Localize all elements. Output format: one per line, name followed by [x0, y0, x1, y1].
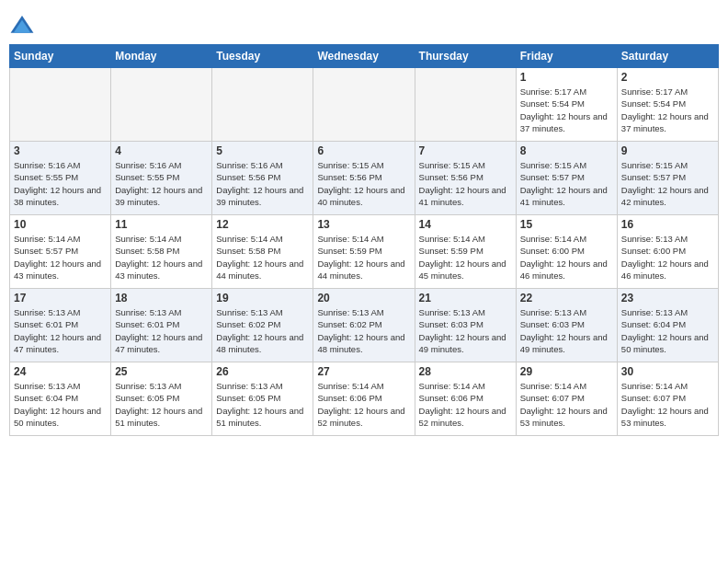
- day-number: 10: [14, 218, 107, 231]
- calendar-day-cell: 4Sunrise: 5:16 AMSunset: 5:55 PMDaylight…: [111, 142, 212, 215]
- calendar-day-cell: 29Sunrise: 5:14 AMSunset: 6:07 PMDayligh…: [516, 362, 617, 436]
- calendar-day-cell: 25Sunrise: 5:13 AMSunset: 6:05 PMDayligh…: [111, 362, 212, 436]
- day-number: 5: [216, 144, 309, 157]
- calendar-day-cell: 7Sunrise: 5:15 AMSunset: 5:56 PMDaylight…: [415, 142, 516, 215]
- day-info: Sunrise: 5:16 AMSunset: 5:55 PMDaylight:…: [115, 159, 208, 208]
- day-info: Sunrise: 5:14 AMSunset: 6:06 PMDaylight:…: [317, 380, 410, 429]
- day-info: Sunrise: 5:14 AMSunset: 5:57 PMDaylight:…: [14, 233, 107, 282]
- day-info: Sunrise: 5:13 AMSunset: 6:03 PMDaylight:…: [520, 306, 613, 355]
- day-info: Sunrise: 5:15 AMSunset: 5:57 PMDaylight:…: [621, 159, 714, 208]
- calendar-day-cell: 30Sunrise: 5:14 AMSunset: 6:07 PMDayligh…: [617, 362, 718, 436]
- day-number: 27: [317, 365, 410, 378]
- calendar-week-row: 3Sunrise: 5:16 AMSunset: 5:55 PMDaylight…: [10, 142, 719, 215]
- day-number: 21: [419, 292, 512, 304]
- day-info: Sunrise: 5:13 AMSunset: 6:01 PMDaylight:…: [115, 306, 208, 355]
- weekday-header-sunday: Sunday: [10, 45, 111, 68]
- calendar-day-cell: 14Sunrise: 5:14 AMSunset: 5:59 PMDayligh…: [415, 215, 516, 289]
- calendar-day-cell: 12Sunrise: 5:14 AMSunset: 5:58 PMDayligh…: [212, 215, 313, 289]
- calendar-day-cell: 2Sunrise: 5:17 AMSunset: 5:54 PMDaylight…: [617, 68, 718, 142]
- day-info: Sunrise: 5:13 AMSunset: 6:01 PMDaylight:…: [14, 306, 107, 355]
- day-number: 23: [621, 292, 714, 304]
- day-number: 29: [520, 365, 613, 378]
- calendar-day-cell: [10, 68, 111, 142]
- day-info: Sunrise: 5:13 AMSunset: 6:04 PMDaylight:…: [621, 306, 714, 355]
- day-number: 16: [621, 218, 714, 231]
- day-number: 17: [14, 292, 107, 304]
- day-info: Sunrise: 5:13 AMSunset: 6:05 PMDaylight:…: [216, 380, 309, 429]
- calendar-week-row: 10Sunrise: 5:14 AMSunset: 5:57 PMDayligh…: [10, 215, 719, 289]
- weekday-header-tuesday: Tuesday: [212, 45, 313, 68]
- day-number: 12: [216, 218, 309, 231]
- calendar-day-cell: 20Sunrise: 5:13 AMSunset: 6:02 PMDayligh…: [313, 289, 415, 362]
- weekday-header-saturday: Saturday: [617, 45, 718, 68]
- day-number: 25: [115, 365, 208, 378]
- day-number: 1: [520, 71, 613, 84]
- calendar-day-cell: 3Sunrise: 5:16 AMSunset: 5:55 PMDaylight…: [10, 142, 111, 215]
- calendar-day-cell: [212, 68, 313, 142]
- day-info: Sunrise: 5:13 AMSunset: 6:05 PMDaylight:…: [115, 380, 208, 429]
- day-number: 4: [115, 144, 208, 157]
- calendar-day-cell: 19Sunrise: 5:13 AMSunset: 6:02 PMDayligh…: [212, 289, 313, 362]
- logo: [9, 13, 39, 39]
- calendar-week-row: 17Sunrise: 5:13 AMSunset: 6:01 PMDayligh…: [10, 289, 719, 362]
- day-info: Sunrise: 5:13 AMSunset: 6:02 PMDaylight:…: [216, 306, 309, 355]
- day-info: Sunrise: 5:14 AMSunset: 6:00 PMDaylight:…: [520, 233, 613, 282]
- weekday-header-monday: Monday: [111, 45, 212, 68]
- day-info: Sunrise: 5:13 AMSunset: 6:04 PMDaylight:…: [14, 380, 107, 429]
- day-info: Sunrise: 5:13 AMSunset: 6:02 PMDaylight:…: [317, 306, 410, 355]
- weekday-header-wednesday: Wednesday: [313, 45, 415, 68]
- calendar-day-cell: 10Sunrise: 5:14 AMSunset: 5:57 PMDayligh…: [10, 215, 111, 289]
- day-info: Sunrise: 5:14 AMSunset: 5:58 PMDaylight:…: [216, 233, 309, 282]
- day-info: Sunrise: 5:14 AMSunset: 5:58 PMDaylight:…: [115, 233, 208, 282]
- calendar-day-cell: 1Sunrise: 5:17 AMSunset: 5:54 PMDaylight…: [516, 68, 617, 142]
- calendar-day-cell: 17Sunrise: 5:13 AMSunset: 6:01 PMDayligh…: [10, 289, 111, 362]
- day-number: 3: [14, 144, 107, 157]
- calendar-day-cell: 22Sunrise: 5:13 AMSunset: 6:03 PMDayligh…: [516, 289, 617, 362]
- day-number: 28: [419, 365, 512, 378]
- calendar-day-cell: 23Sunrise: 5:13 AMSunset: 6:04 PMDayligh…: [617, 289, 718, 362]
- day-number: 18: [115, 292, 208, 304]
- day-number: 22: [520, 292, 613, 304]
- day-number: 11: [115, 218, 208, 231]
- calendar-day-cell: [415, 68, 516, 142]
- calendar-table: SundayMondayTuesdayWednesdayThursdayFrid…: [9, 44, 719, 436]
- day-number: 15: [520, 218, 613, 231]
- day-number: 26: [216, 365, 309, 378]
- day-info: Sunrise: 5:14 AMSunset: 5:59 PMDaylight:…: [317, 233, 410, 282]
- day-number: 8: [520, 144, 613, 157]
- day-info: Sunrise: 5:15 AMSunset: 5:56 PMDaylight:…: [419, 159, 512, 208]
- day-number: 20: [317, 292, 410, 304]
- calendar-day-cell: 8Sunrise: 5:15 AMSunset: 5:57 PMDaylight…: [516, 142, 617, 215]
- calendar-day-cell: 13Sunrise: 5:14 AMSunset: 5:59 PMDayligh…: [313, 215, 415, 289]
- calendar-week-row: 1Sunrise: 5:17 AMSunset: 5:54 PMDaylight…: [10, 68, 719, 142]
- day-number: 19: [216, 292, 309, 304]
- day-info: Sunrise: 5:16 AMSunset: 5:56 PMDaylight:…: [216, 159, 309, 208]
- day-info: Sunrise: 5:13 AMSunset: 6:03 PMDaylight:…: [419, 306, 512, 355]
- day-number: 9: [621, 144, 714, 157]
- weekday-header-thursday: Thursday: [415, 45, 516, 68]
- calendar-day-cell: 11Sunrise: 5:14 AMSunset: 5:58 PMDayligh…: [111, 215, 212, 289]
- page-header: [9, 9, 719, 39]
- day-number: 24: [14, 365, 107, 378]
- calendar-day-cell: 26Sunrise: 5:13 AMSunset: 6:05 PMDayligh…: [212, 362, 313, 436]
- calendar-day-cell: [111, 68, 212, 142]
- calendar-day-cell: 15Sunrise: 5:14 AMSunset: 6:00 PMDayligh…: [516, 215, 617, 289]
- day-info: Sunrise: 5:16 AMSunset: 5:55 PMDaylight:…: [14, 159, 107, 208]
- calendar-day-cell: 24Sunrise: 5:13 AMSunset: 6:04 PMDayligh…: [10, 362, 111, 436]
- calendar-header-row: SundayMondayTuesdayWednesdayThursdayFrid…: [10, 45, 719, 68]
- logo-icon: [9, 13, 35, 39]
- day-number: 2: [621, 71, 714, 84]
- calendar-day-cell: 5Sunrise: 5:16 AMSunset: 5:56 PMDaylight…: [212, 142, 313, 215]
- day-info: Sunrise: 5:14 AMSunset: 6:06 PMDaylight:…: [419, 380, 512, 429]
- weekday-header-friday: Friday: [516, 45, 617, 68]
- day-number: 30: [621, 365, 714, 378]
- day-info: Sunrise: 5:14 AMSunset: 6:07 PMDaylight:…: [520, 380, 613, 429]
- day-info: Sunrise: 5:15 AMSunset: 5:57 PMDaylight:…: [520, 159, 613, 208]
- day-number: 6: [317, 144, 410, 157]
- calendar-day-cell: [313, 68, 415, 142]
- day-number: 14: [419, 218, 512, 231]
- day-info: Sunrise: 5:17 AMSunset: 5:54 PMDaylight:…: [520, 86, 613, 134]
- day-number: 13: [317, 218, 410, 231]
- day-info: Sunrise: 5:13 AMSunset: 6:00 PMDaylight:…: [621, 233, 714, 282]
- calendar-day-cell: 6Sunrise: 5:15 AMSunset: 5:56 PMDaylight…: [313, 142, 415, 215]
